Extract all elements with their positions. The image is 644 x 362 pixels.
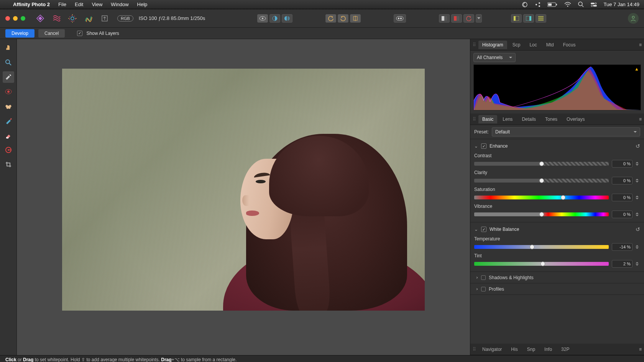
spotlight-icon[interactable] [578, 2, 584, 7]
minimize-window-button[interactable] [13, 16, 18, 21]
menu-file[interactable]: File [58, 2, 66, 7]
tab-focus[interactable]: Focus [559, 41, 580, 49]
profiles-checkbox[interactable] [481, 287, 486, 291]
rotate-ccw-button[interactable] [325, 14, 336, 23]
sync-before-after-button[interactable] [257, 14, 268, 23]
canvas-area[interactable] [17, 39, 470, 355]
tab-scope[interactable]: Scp [509, 41, 524, 49]
tint-stepper[interactable] [636, 260, 640, 268]
saturation-value[interactable]: 0 % [612, 194, 632, 201]
vibrance-stepper[interactable] [636, 211, 640, 218]
temperature-slider[interactable] [474, 245, 609, 249]
contrast-stepper[interactable] [636, 160, 640, 168]
account-button[interactable] [628, 13, 639, 24]
overlay-erase-tool[interactable] [3, 130, 14, 141]
cancel-button[interactable]: Cancel [38, 29, 65, 38]
zoom-tool[interactable] [3, 57, 14, 68]
tab-loc[interactable]: Loc [526, 41, 540, 49]
overlay-paint-tool[interactable] [3, 115, 14, 127]
vibrance-value[interactable]: 0 % [612, 211, 632, 218]
battery-icon[interactable] [547, 2, 557, 7]
wifi-icon[interactable] [564, 2, 571, 7]
photo-document[interactable] [62, 69, 425, 311]
view-tool[interactable] [3, 42, 14, 54]
overlay-gradient-tool[interactable] [3, 144, 14, 156]
tab-history[interactable]: His [507, 345, 521, 354]
studio-presets-toggle[interactable] [536, 14, 546, 23]
split-view-button[interactable] [269, 14, 280, 23]
studio-left-toggle[interactable] [511, 14, 522, 23]
profiles-section[interactable]: ⌄ Profiles [470, 283, 644, 295]
clipping-highlights-button[interactable] [439, 14, 450, 23]
temperature-stepper[interactable] [636, 243, 640, 251]
shadows-checkbox[interactable] [481, 275, 486, 280]
saturation-slider[interactable] [474, 196, 609, 199]
flip-button[interactable] [350, 14, 361, 23]
app-name[interactable]: Affinity Photo 2 [13, 2, 50, 7]
preset-dropdown[interactable]: Default [492, 127, 640, 137]
enhance-checkbox[interactable] [481, 143, 486, 149]
panel-grip-icon[interactable]: ⠿ [473, 117, 475, 122]
clipping-dropdown[interactable] [476, 14, 482, 23]
tab-32p[interactable]: 32P [557, 345, 573, 354]
histogram-channels-dropdown[interactable]: All Channels [473, 53, 516, 62]
tab-snapshots[interactable]: Snp [523, 345, 539, 354]
crop-tool[interactable] [3, 159, 14, 170]
red-eye-tool[interactable] [3, 86, 14, 97]
auto-button[interactable] [394, 14, 406, 23]
vibrance-slider[interactable] [474, 212, 609, 216]
tab-details[interactable]: Details [518, 115, 540, 123]
shadows-highlights-section[interactable]: ⌄ Shadows & Highlights [470, 272, 644, 283]
panel-grip-icon[interactable]: ⠿ [473, 42, 475, 48]
develop-button[interactable]: Develop [5, 29, 34, 38]
tab-lens[interactable]: Lens [499, 115, 516, 123]
studio-right-toggle[interactable] [523, 14, 534, 23]
reset-icon[interactable]: ↺ [636, 226, 640, 232]
liquify-persona-button[interactable] [50, 12, 63, 25]
rotate-cw-button[interactable] [338, 14, 348, 23]
clarity-value[interactable]: 0 % [612, 177, 632, 184]
panel-menu-icon[interactable]: ≡ [639, 347, 642, 352]
saturation-stepper[interactable] [636, 194, 640, 201]
export-persona-button[interactable] [98, 12, 111, 25]
chevron-down-icon[interactable]: ⌄ [474, 227, 478, 232]
chevron-down-icon[interactable]: ⌄ [474, 143, 478, 149]
tint-slider[interactable] [474, 262, 609, 266]
clock[interactable]: Tue 7 Jan 14:49 [604, 2, 639, 7]
develop-persona-button[interactable] [66, 12, 79, 25]
temperature-value[interactable]: -14 % [612, 243, 632, 251]
mirror-view-button[interactable] [282, 14, 292, 23]
show-all-layers-checkbox[interactable] [77, 31, 82, 36]
tab-metadata[interactable]: Mtd [542, 41, 558, 49]
panel-grip-icon[interactable]: ⠿ [473, 347, 475, 352]
contrast-value[interactable]: 0 % [612, 160, 632, 168]
photo-persona-button[interactable] [34, 12, 47, 25]
panel-menu-icon[interactable]: ≡ [639, 117, 642, 122]
white-balance-checkbox[interactable] [481, 227, 486, 232]
tab-overlays[interactable]: Overlays [563, 115, 588, 123]
menu-help[interactable]: Help [137, 2, 148, 7]
reset-icon[interactable]: ↺ [636, 143, 640, 149]
clipping-reset-button[interactable] [463, 14, 474, 23]
clarity-slider[interactable] [474, 179, 609, 183]
white-balance-tool[interactable] [3, 71, 14, 83]
tint-value[interactable]: 2 % [612, 260, 632, 268]
zoom-window-button[interactable] [21, 16, 25, 21]
close-window-button[interactable] [5, 16, 10, 21]
share-icon[interactable] [535, 2, 540, 7]
tab-info[interactable]: Info [540, 345, 556, 354]
control-center-icon[interactable] [591, 2, 597, 7]
tab-basic[interactable]: Basic [478, 115, 497, 123]
clipping-shadows-button[interactable] [451, 14, 462, 23]
tab-histogram[interactable]: Histogram [478, 41, 507, 49]
tab-tones[interactable]: Tones [541, 115, 561, 123]
tone-mapping-persona-button[interactable] [82, 12, 95, 25]
menu-view[interactable]: View [92, 2, 102, 7]
tab-navigator[interactable]: Navigator [478, 345, 506, 354]
menu-edit[interactable]: Edit [75, 2, 83, 7]
menu-window[interactable]: Window [111, 2, 128, 7]
contrast-slider[interactable] [474, 162, 609, 166]
cc-icon[interactable] [521, 2, 528, 7]
blemish-tool[interactable] [3, 100, 14, 112]
panel-menu-icon[interactable]: ≡ [639, 42, 642, 48]
